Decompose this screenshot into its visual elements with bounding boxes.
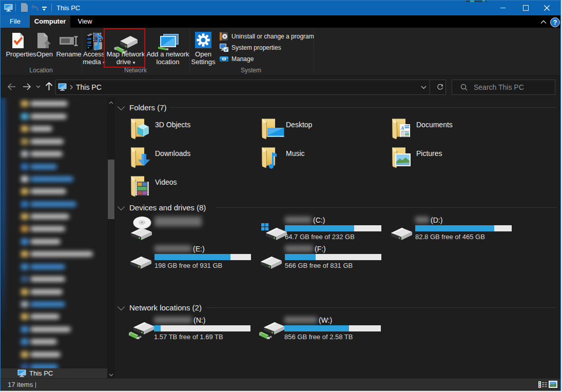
svg-text:A: A — [400, 126, 404, 131]
